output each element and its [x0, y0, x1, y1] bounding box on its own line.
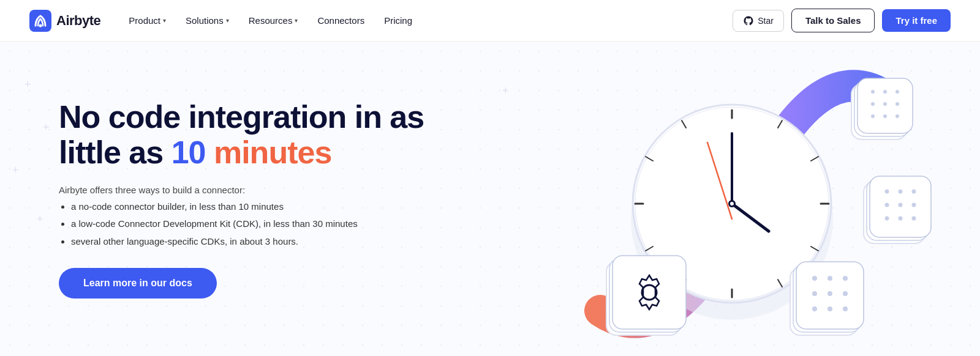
- svg-point-25: [871, 90, 875, 94]
- svg-point-52: [812, 291, 817, 296]
- hero-bullet-2: a low-code Connector Development Kit (CD…: [71, 217, 424, 231]
- logo-text: Airbyte: [56, 13, 100, 29]
- svg-point-26: [883, 90, 887, 94]
- hero-bullet-list: a no-code connector builder, in less tha…: [59, 200, 424, 249]
- hero-bullet-3: several other language-specific CDKs, in…: [71, 235, 424, 249]
- navbar: Airbyte Product ▾ Solutions ▾ Resources …: [0, 0, 980, 42]
- hero-bullet-1: a no-code connector builder, in less tha…: [71, 200, 424, 214]
- nav-links: Product ▾ Solutions ▾ Resources ▾ Connec…: [120, 10, 733, 31]
- nav-pricing[interactable]: Pricing: [375, 10, 421, 31]
- svg-point-51: [843, 276, 848, 281]
- svg-point-54: [843, 291, 848, 296]
- svg-point-28: [871, 102, 875, 106]
- hero-description: Airbyte offers three ways to build a con…: [59, 185, 424, 195]
- hero-section: + + + + + No code integration in as litt…: [0, 42, 980, 356]
- svg-point-43: [885, 217, 889, 221]
- github-star-button[interactable]: Star: [733, 10, 784, 32]
- hero-highlight-number: 10: [172, 135, 206, 170]
- chevron-down-icon: ▾: [295, 17, 298, 24]
- decoration-plus: +: [12, 164, 19, 177]
- svg-point-50: [827, 276, 832, 281]
- svg-point-41: [899, 203, 903, 207]
- chevron-down-icon: ▾: [163, 17, 166, 24]
- svg-point-53: [827, 291, 832, 296]
- svg-point-42: [912, 203, 916, 207]
- clock-svg: [551, 54, 943, 347]
- svg-rect-0: [29, 10, 51, 32]
- hero-title-prefix: little as: [59, 135, 172, 170]
- nav-connectors[interactable]: Connectors: [309, 10, 373, 31]
- decoration-plus: +: [37, 213, 43, 226]
- hero-highlight-unit: minutes: [214, 135, 331, 170]
- svg-point-44: [899, 217, 903, 221]
- nav-actions: Star Talk to Sales Try it free: [733, 9, 951, 32]
- airbyte-logo-icon: [29, 10, 51, 32]
- decoration-plus: +: [502, 84, 509, 97]
- talk-to-sales-button[interactable]: Talk to Sales: [791, 9, 875, 32]
- svg-point-32: [883, 114, 887, 118]
- svg-point-27: [895, 90, 899, 94]
- hero-illustration: [551, 54, 943, 347]
- chevron-down-icon: ▾: [226, 17, 229, 24]
- svg-point-29: [883, 102, 887, 106]
- hero-content: No code integration in as little as 10 m…: [59, 99, 424, 299]
- svg-point-33: [895, 114, 899, 118]
- nav-resources[interactable]: Resources ▾: [240, 10, 307, 31]
- svg-rect-60: [612, 256, 686, 329]
- svg-point-37: [885, 190, 889, 194]
- svg-point-31: [871, 114, 875, 118]
- svg-point-55: [812, 306, 817, 311]
- svg-point-39: [912, 190, 916, 194]
- svg-point-1: [39, 24, 42, 27]
- logo-link[interactable]: Airbyte: [29, 10, 100, 32]
- github-icon: [743, 15, 754, 26]
- svg-point-38: [899, 190, 903, 194]
- svg-point-57: [843, 306, 848, 311]
- learn-more-docs-button[interactable]: Learn more in our docs: [59, 268, 217, 299]
- decoration-plus: +: [24, 78, 31, 91]
- svg-point-40: [885, 203, 889, 207]
- decoration-plus: +: [43, 121, 50, 134]
- svg-point-21: [730, 202, 734, 206]
- svg-point-56: [827, 306, 832, 311]
- svg-point-45: [912, 217, 916, 221]
- try-free-button[interactable]: Try it free: [882, 9, 951, 32]
- hero-title: No code integration in as little as 10 m…: [59, 99, 424, 170]
- nav-solutions[interactable]: Solutions ▾: [177, 10, 238, 31]
- svg-point-30: [895, 102, 899, 106]
- svg-point-49: [812, 276, 817, 281]
- nav-product[interactable]: Product ▾: [120, 10, 175, 31]
